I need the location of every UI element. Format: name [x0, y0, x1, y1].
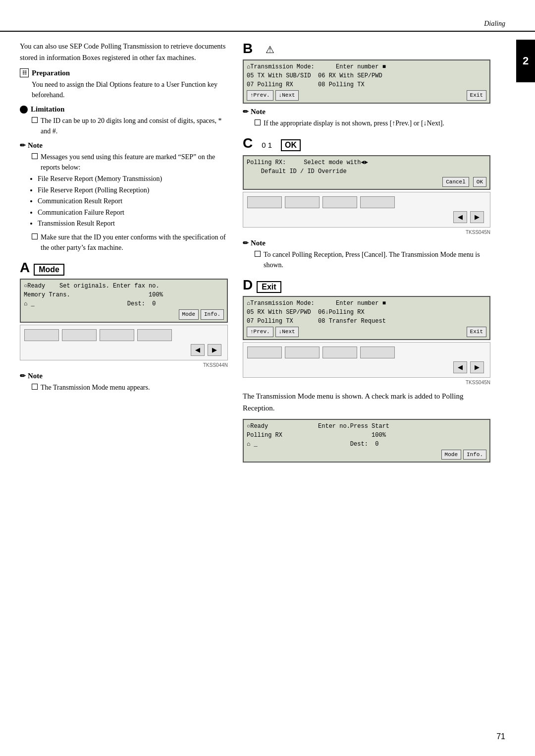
- fax-nav-left-c[interactable]: ◀: [453, 211, 467, 223]
- lcd-c-row1: Default ID / ID Override: [247, 167, 486, 176]
- lcd-c-header: Polling RX: Select mode with◄►: [247, 158, 486, 167]
- lcd-a-row2: Memory Trans. 100%: [24, 291, 224, 299]
- lcd-d-row1: 05 RX With SEP/PWD 06↓Polling RX: [247, 308, 486, 317]
- lcd-screen-d: ⌂Transmission Mode: Enter number ■ 05 RX…: [243, 296, 490, 340]
- preparation-block: ☷ Preparation You need to assign the Dia…: [20, 68, 228, 100]
- final-lcd: ○Ready Enter no.Press Start Polling RX 1…: [243, 419, 490, 463]
- lcd-a-row3: ⌂ _ Dest: 0: [24, 299, 224, 308]
- fax-nav-row-c: ◀ ▶: [247, 211, 486, 223]
- fax-nav-left-a[interactable]: ◀: [191, 344, 205, 356]
- section-c-header: C 0 1 OK: [243, 135, 490, 152]
- note-a-text: The Transmission Mode menu appears.: [41, 382, 150, 393]
- lcd-d-exit-btn[interactable]: Exit: [467, 327, 486, 337]
- final-lcd-row3: ⌂ _ Dest: 0: [247, 440, 486, 449]
- fax-nav-right-c[interactable]: ▶: [470, 211, 484, 223]
- lcd-d-next-btn[interactable]: ↓Next: [275, 327, 299, 337]
- fax-keys-row-a1: [24, 329, 223, 341]
- note-c-title: Note: [251, 239, 266, 247]
- lcd-a-mode-btn[interactable]: Mode: [179, 309, 199, 320]
- lcd-b-row2: 07 Polling RX 08 Polling TX: [247, 80, 486, 89]
- preparation-icon: ☷: [20, 68, 29, 77]
- note-b-text: If the appropriate display is not shown,…: [264, 118, 444, 128]
- note-a-checkbox: [32, 384, 38, 390]
- section-c-label: C: [243, 135, 253, 151]
- note-left-extra: Make sure that the ID you enter conforms…: [41, 232, 228, 253]
- limitation-checkbox: [32, 117, 38, 123]
- section-d-bracket: Exit: [257, 281, 281, 293]
- bullet-item-5: Transmission Result Report: [38, 218, 228, 229]
- section-a-bracket: Mode: [34, 264, 64, 276]
- fax-nav-right-d[interactable]: ▶: [470, 361, 484, 373]
- lcd-screen-c: Polling RX: Select mode with◄► Default I…: [243, 155, 490, 190]
- lcd-c-cancel-btn[interactable]: Cancel: [442, 177, 469, 187]
- lcd-a-btn-row: Mode Info.: [24, 309, 224, 320]
- intro-text: You can also use SEP Code Polling Transm…: [20, 41, 228, 63]
- tkss-c-label: TKSS045N: [243, 230, 490, 235]
- fax-keys-area-d: ◀ ▶: [243, 342, 490, 378]
- fax-key-a1[interactable]: [24, 329, 59, 341]
- fax-key-a2[interactable]: [62, 329, 97, 341]
- tkss-d-label: TKSS045N: [243, 380, 490, 385]
- limitation-title: Limitation: [31, 105, 64, 114]
- lcd-c-btn-row: Cancel OK: [247, 177, 486, 187]
- section-a-label: A: [20, 260, 30, 276]
- lcd-b-header: ⌂Transmission Mode: Enter number ■: [247, 62, 486, 71]
- section-number-badge: 2: [516, 40, 535, 82]
- lcd-a-info-btn[interactable]: Info.: [201, 309, 224, 320]
- section-d-header: D Exit: [243, 277, 490, 293]
- fax-key-c4[interactable]: [360, 196, 395, 208]
- lcd-d-btn-row: ↑Prev. ↓Next Exit: [247, 327, 486, 337]
- final-lcd-mode-btn[interactable]: Mode: [441, 450, 461, 460]
- fax-key-a3[interactable]: [100, 329, 134, 341]
- section-c-digits: 0 1: [262, 141, 272, 149]
- fax-key-c2[interactable]: [285, 196, 320, 208]
- bullet-item-3: Communication Result Report: [38, 196, 228, 207]
- note-left-bullet-list: File Reserve Report (Memory Transmission…: [20, 174, 228, 229]
- fax-nav-right-a[interactable]: ▶: [208, 344, 221, 356]
- note-a-block: ✏ Note The Transmission Mode menu appear…: [20, 372, 228, 393]
- fax-keys-row-d1: [247, 347, 486, 358]
- note-left-checkbox-2: [32, 233, 38, 239]
- note-c-checkbox: [255, 251, 261, 257]
- limitation-block: Limitation The ID can be up to 20 digits…: [20, 105, 228, 136]
- fax-key-c3[interactable]: [322, 196, 357, 208]
- note-b-title: Note: [251, 108, 266, 116]
- bullet-item-1: File Reserve Report (Memory Transmission…: [38, 174, 228, 184]
- note-left-title: Note: [28, 141, 43, 150]
- section-d-label: D: [243, 277, 253, 293]
- fax-key-d3[interactable]: [322, 347, 357, 358]
- preparation-text: You need to assign the Dial Options feat…: [20, 79, 228, 100]
- lcd-c-ok-btn[interactable]: OK: [473, 177, 486, 187]
- preparation-title: Preparation: [32, 69, 70, 77]
- header-section: Dialing: [484, 20, 505, 28]
- fax-keys-area-a: ◀ ▶: [20, 325, 228, 360]
- bullet-item-4: Communication Failure Report: [38, 207, 228, 218]
- final-lcd-info-btn[interactable]: Info.: [463, 450, 486, 460]
- final-lcd-btn-row: Mode Info.: [247, 450, 486, 460]
- lcd-d-prev-btn[interactable]: ↑Prev.: [247, 327, 273, 337]
- lcd-b-prev-btn[interactable]: ↑Prev.: [247, 90, 273, 101]
- note-b-block: ✏ Note If the appropriate display is not…: [243, 108, 490, 128]
- fax-nav-left-d[interactable]: ◀: [453, 361, 467, 373]
- final-lcd-row1: ○Ready Enter no.Press Start: [247, 422, 486, 431]
- lcd-b-exit-btn[interactable]: Exit: [467, 90, 486, 101]
- final-lcd-row2: Polling RX 100%: [247, 431, 486, 440]
- note-c-text: To cancel Polling Reception, Press [Canc…: [264, 249, 490, 270]
- lcd-d-header: ⌂Transmission Mode: Enter number ■: [247, 299, 486, 308]
- section-d-container: D Exit ⌂Transmission Mode: Enter number …: [243, 277, 490, 463]
- note-b-pencil-icon: ✏: [243, 108, 249, 116]
- fax-key-d2[interactable]: [285, 347, 320, 358]
- fax-key-d1[interactable]: [247, 347, 282, 358]
- warning-icon: ⚠: [266, 44, 274, 56]
- lcd-screen-b: ⌂Transmission Mode: Enter number ■ 05 TX…: [243, 59, 490, 104]
- limitation-item-1: The ID can be up to 20 digits long and c…: [41, 116, 228, 136]
- note-left-intro: Messages you send using this feature are…: [41, 152, 228, 173]
- section-c-ok: OK: [281, 139, 301, 151]
- transmission-text: The Transmission Mode menu is shown. A c…: [243, 390, 490, 414]
- page-number: 71: [496, 732, 505, 741]
- fax-key-d4[interactable]: [360, 347, 395, 358]
- fax-key-c1[interactable]: [247, 196, 282, 208]
- fax-key-a4[interactable]: [137, 329, 172, 341]
- lcd-b-next-btn[interactable]: ↓Next: [275, 90, 299, 101]
- note-a-pencil-icon: ✏: [20, 372, 26, 380]
